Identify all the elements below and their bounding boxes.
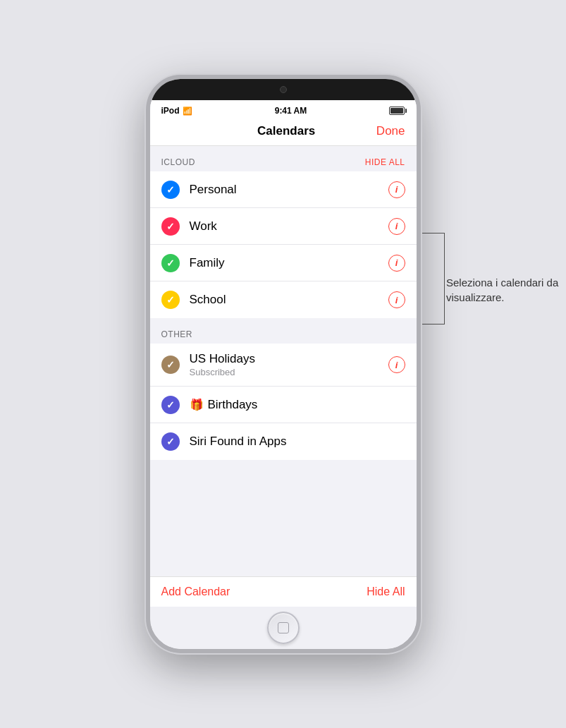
done-button[interactable]: Done	[376, 124, 405, 138]
family-check: ✓	[161, 254, 180, 272]
list-item[interactable]: ✓ US Holidays Subscribed i	[150, 344, 417, 387]
spacer	[150, 460, 417, 467]
us-holidays-check: ✓	[161, 356, 180, 374]
home-button-inner	[278, 622, 289, 633]
icloud-hide-all[interactable]: HIDE ALL	[365, 157, 405, 167]
status-left: iPod 📶	[161, 106, 192, 116]
other-section-header: OTHER	[150, 318, 417, 344]
siri-check: ✓	[161, 432, 180, 451]
list-item[interactable]: ✓ Personal i	[150, 171, 417, 208]
bottom-toolbar: Add Calendar Hide All	[150, 576, 417, 607]
icloud-title: ICLOUD	[161, 157, 195, 167]
carrier-label: iPod	[161, 106, 180, 116]
scene: Seleziona i calendari da visualizzare. i…	[0, 0, 566, 728]
us-holidays-main: US Holidays	[190, 352, 256, 365]
checkmark-icon: ✓	[166, 257, 175, 269]
checkmark-icon: ✓	[166, 184, 175, 195]
status-bar: iPod 📶 9:41 AM	[150, 100, 417, 119]
list-item[interactable]: ✓ Siri Found in Apps	[150, 423, 417, 460]
front-camera	[280, 86, 287, 93]
personal-label: Personal	[190, 183, 388, 197]
nav-bar: Calendars Done	[150, 119, 417, 146]
work-info-button[interactable]: i	[388, 218, 405, 235]
hide-all-button[interactable]: Hide All	[367, 586, 405, 598]
list-item[interactable]: ✓ Work i	[150, 208, 417, 245]
list-item[interactable]: ✓ Family i	[150, 245, 417, 281]
device-top	[150, 79, 417, 100]
icloud-section-header: ICLOUD HIDE ALL	[150, 146, 417, 171]
checkmark-icon: ✓	[166, 399, 175, 411]
nav-title: Calendars	[257, 124, 315, 138]
icloud-list: ✓ Personal i ✓ Work i	[150, 171, 417, 318]
checkmark-icon: ✓	[166, 359, 175, 370]
siri-label: Siri Found in Apps	[190, 435, 405, 449]
family-info-button[interactable]: i	[388, 255, 405, 272]
work-check: ✓	[161, 217, 180, 236]
checkmark-icon: ✓	[166, 436, 175, 447]
battery-fill	[390, 108, 403, 114]
list-item[interactable]: ✓ School i	[150, 281, 417, 318]
school-check: ✓	[161, 291, 180, 309]
callout-text: Seleziona i calendari da visualizzare.	[446, 275, 559, 305]
us-holidays-info-button[interactable]: i	[388, 356, 405, 373]
personal-check: ✓	[161, 181, 180, 199]
school-label: School	[190, 293, 388, 307]
status-right	[389, 107, 405, 115]
status-time: 9:41 AM	[275, 106, 307, 116]
other-list: ✓ US Holidays Subscribed i ✓ 🎁	[150, 344, 417, 460]
school-info-button[interactable]: i	[388, 291, 405, 308]
screen: iPod 📶 9:41 AM Calendars Done	[150, 100, 417, 607]
device-bottom	[150, 607, 417, 649]
work-label: Work	[190, 219, 388, 233]
us-holidays-label: US Holidays Subscribed	[190, 352, 388, 377]
add-calendar-button[interactable]: Add Calendar	[161, 586, 230, 598]
family-label: Family	[190, 256, 388, 270]
birthdays-check: ✓	[161, 396, 180, 414]
battery-icon	[389, 107, 405, 115]
checkmark-icon: ✓	[166, 221, 175, 232]
checkmark-icon: ✓	[166, 294, 175, 305]
other-title: OTHER	[161, 329, 193, 339]
us-holidays-sub: Subscribed	[190, 367, 388, 377]
birthdays-label: Birthdays	[208, 398, 405, 412]
side-button[interactable]	[420, 206, 421, 248]
home-button[interactable]	[267, 612, 300, 644]
wifi-icon: 📶	[183, 107, 192, 116]
gift-icon: 🎁	[190, 398, 204, 411]
list-item[interactable]: ✓ 🎁 Birthdays	[150, 387, 417, 423]
personal-info-button[interactable]: i	[388, 181, 405, 198]
device: iPod 📶 9:41 AM Calendars Done	[146, 75, 421, 653]
content-area: ICLOUD HIDE ALL ✓ Personal i	[150, 146, 417, 576]
